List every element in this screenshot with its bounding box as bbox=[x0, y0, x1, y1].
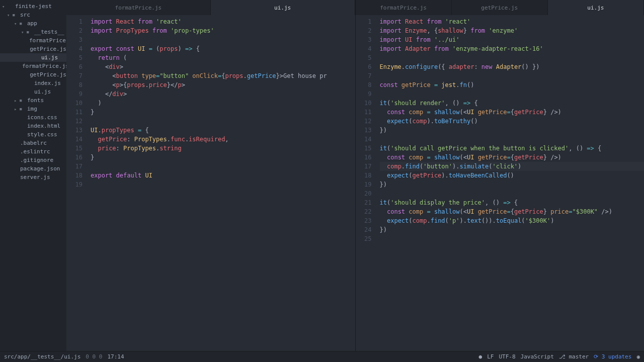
tree-label: getPrice.js bbox=[30, 71, 66, 78]
branch-icon: ⎇ bbox=[559, 353, 566, 360]
tab-formatPrice-js[interactable]: formatPrice.js bbox=[66, 0, 211, 15]
tree-label: src bbox=[20, 12, 30, 18]
tree-item-fonts[interactable]: ▸▪fonts bbox=[0, 96, 66, 105]
tree-item-package-json[interactable]: package.json bbox=[0, 164, 66, 173]
tab-formatPrice-js[interactable]: formatPrice.js bbox=[356, 0, 452, 15]
code-left[interactable]: import React from 'react'import PropType… bbox=[91, 15, 355, 351]
status-path[interactable]: src/app/__tests__/ui.js bbox=[4, 353, 80, 360]
tree-item-ui-js[interactable]: ui.js bbox=[0, 87, 66, 96]
github-icon[interactable]: ◉ bbox=[636, 353, 640, 360]
tree-item---tests--[interactable]: ▾▪__tests__ bbox=[0, 28, 66, 36]
git-branch[interactable]: ⎇ master bbox=[559, 353, 589, 360]
tab-getPrice-js[interactable]: getPrice.js bbox=[452, 0, 548, 15]
tree-label: package.json bbox=[20, 165, 60, 172]
tree-label: formatPrice.js bbox=[22, 63, 66, 69]
tree-label: fonts bbox=[27, 97, 44, 104]
tree-item-index-html[interactable]: index.html bbox=[0, 122, 66, 130]
tree-label: .gitignore bbox=[20, 157, 53, 163]
status-bar: src/app/__tests__/ui.js 0 0 0 17:14 ● LF… bbox=[0, 351, 644, 362]
file-tree-sidebar: ▾finite-jest▾▪src▾▪app▾▪__tests__formatP… bbox=[0, 0, 66, 351]
tree-item-index-js[interactable]: index.js bbox=[0, 79, 66, 87]
tree-label: index.html bbox=[27, 123, 60, 129]
tree-label: app bbox=[27, 20, 37, 27]
tree-item-server-js[interactable]: server.js bbox=[0, 173, 66, 182]
tree-item--babelrc[interactable]: .babelrc bbox=[0, 139, 66, 147]
tree-label: .babelrc bbox=[20, 140, 47, 146]
tree-label: img bbox=[27, 106, 37, 112]
tree-item-getPrice-js[interactable]: getPrice.js bbox=[0, 70, 66, 79]
tree-label: __tests__ bbox=[34, 29, 64, 35]
editor-right[interactable]: 1234567891011121314151617181920212223242… bbox=[356, 15, 645, 351]
folder-icon: ▪ bbox=[12, 12, 19, 18]
tree-label: .eslintrc bbox=[20, 148, 50, 155]
status-dot: ● bbox=[479, 353, 482, 360]
editor-pane-left: formatPrice.jsui.js 12345678910111213141… bbox=[66, 0, 355, 351]
tree-item-formatPrice-js[interactable]: formatPrice.js bbox=[0, 62, 66, 70]
editor-left[interactable]: 12345678910111213141516171819 import Rea… bbox=[66, 15, 355, 351]
tabs-left: formatPrice.jsui.js bbox=[66, 0, 355, 15]
tree-item-finite-jest[interactable]: ▾finite-jest bbox=[0, 2, 66, 11]
tree-label: getPrice.js bbox=[30, 46, 66, 52]
tree-label: style.css bbox=[27, 131, 57, 138]
tree-label: ui.js bbox=[34, 88, 51, 95]
folder-icon: ▪ bbox=[19, 97, 26, 104]
tree-item--eslintrc[interactable]: .eslintrc bbox=[0, 147, 66, 156]
tree-label: ui.js bbox=[41, 54, 58, 61]
tree-label: index.js bbox=[34, 80, 61, 86]
editor-area: formatPrice.jsui.js 12345678910111213141… bbox=[66, 0, 644, 351]
tree-label: server.js bbox=[20, 174, 50, 180]
folder-icon: ▪ bbox=[19, 106, 26, 112]
folder-icon: ▪ bbox=[19, 20, 26, 27]
tree-item-img[interactable]: ▸▪img bbox=[0, 105, 66, 113]
tree-item-getPrice-js[interactable]: getPrice.js bbox=[0, 45, 66, 53]
tree-item-icons-css[interactable]: icons.css bbox=[0, 113, 66, 122]
tree-item--gitignore[interactable]: .gitignore bbox=[0, 156, 66, 164]
tree-item-ui-js[interactable]: ui.js bbox=[0, 53, 66, 62]
tree-item-src[interactable]: ▾▪src bbox=[0, 11, 66, 19]
tabs-right: formatPrice.jsgetPrice.jsui.js bbox=[356, 0, 645, 15]
tab-ui-js[interactable]: ui.js bbox=[548, 0, 644, 15]
updates-link[interactable]: ⟳ 3 updates bbox=[594, 353, 631, 360]
status-encoding[interactable]: UTF-8 bbox=[499, 353, 515, 360]
tab-ui-js[interactable]: ui.js bbox=[211, 0, 355, 15]
status-language[interactable]: JavaScript bbox=[521, 353, 554, 360]
status-cursor[interactable]: 17:14 bbox=[107, 353, 124, 360]
tree-item-style-css[interactable]: style.css bbox=[0, 130, 66, 139]
status-diagnostics[interactable]: 0 0 0 bbox=[86, 353, 102, 360]
tree-label: finite-jest bbox=[15, 3, 52, 10]
editor-pane-right: formatPrice.jsgetPrice.jsui.js 123456789… bbox=[355, 0, 645, 351]
tree-label: formatPrice.js bbox=[29, 37, 66, 44]
tree-label: icons.css bbox=[27, 114, 57, 121]
tree-item-app[interactable]: ▾▪app bbox=[0, 19, 66, 28]
tree-item-formatPrice-js[interactable]: formatPrice.js bbox=[0, 36, 66, 45]
gutter-left: 12345678910111213141516171819 bbox=[66, 15, 91, 351]
gutter-right: 1234567891011121314151617181920212223242… bbox=[356, 15, 380, 351]
folder-icon: ▪ bbox=[26, 29, 33, 35]
status-line-ending[interactable]: LF bbox=[487, 353, 494, 360]
code-right[interactable]: import React from 'react'import Enzyme, … bbox=[380, 15, 645, 351]
